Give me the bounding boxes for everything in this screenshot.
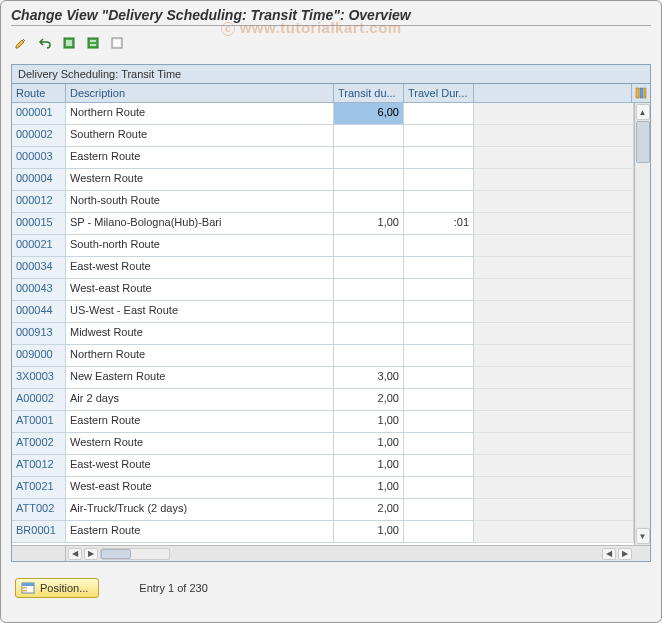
- cell-description[interactable]: US-West - East Route: [66, 301, 334, 323]
- cell-description[interactable]: West-east Route: [66, 477, 334, 499]
- table-row[interactable]: AT0021West-east Route1,00: [12, 477, 634, 499]
- cell-travel[interactable]: [404, 301, 474, 323]
- cell-description[interactable]: Southern Route: [66, 125, 334, 147]
- cell-route[interactable]: 000913: [12, 323, 66, 345]
- col-header-route[interactable]: Route: [12, 84, 66, 102]
- cell-route[interactable]: 000015: [12, 213, 66, 235]
- cell-route[interactable]: AT0021: [12, 477, 66, 499]
- cell-travel[interactable]: [404, 103, 474, 125]
- cell-description[interactable]: Eastern Route: [66, 521, 334, 543]
- cell-travel[interactable]: [404, 191, 474, 213]
- cell-description[interactable]: Midwest Route: [66, 323, 334, 345]
- cell-description[interactable]: East-west Route: [66, 257, 334, 279]
- scroll-down-icon[interactable]: ▼: [636, 528, 650, 544]
- cell-description[interactable]: Northern Route: [66, 345, 334, 367]
- undo-icon[interactable]: [35, 34, 55, 52]
- table-row[interactable]: 000913Midwest Route: [12, 323, 634, 345]
- position-button[interactable]: Position...: [15, 578, 99, 598]
- cell-route[interactable]: 000034: [12, 257, 66, 279]
- cell-route[interactable]: 009000: [12, 345, 66, 367]
- cell-transit[interactable]: 1,00: [334, 433, 404, 455]
- table-row[interactable]: 000034East-west Route: [12, 257, 634, 279]
- cell-description[interactable]: East-west Route: [66, 455, 334, 477]
- cell-transit[interactable]: 1,00: [334, 477, 404, 499]
- cell-travel[interactable]: [404, 147, 474, 169]
- cell-transit[interactable]: 1,00: [334, 521, 404, 543]
- table-row[interactable]: 000002Southern Route: [12, 125, 634, 147]
- cell-route[interactable]: 000003: [12, 147, 66, 169]
- deselect-all-icon[interactable]: [107, 34, 127, 52]
- table-row[interactable]: A00002Air 2 days2,00: [12, 389, 634, 411]
- cell-transit[interactable]: 1,00: [334, 455, 404, 477]
- cell-description[interactable]: Air 2 days: [66, 389, 334, 411]
- cell-transit[interactable]: [334, 235, 404, 257]
- cell-transit[interactable]: [334, 323, 404, 345]
- cell-transit[interactable]: [334, 125, 404, 147]
- cell-route[interactable]: ATT002: [12, 499, 66, 521]
- cell-description[interactable]: New Eastern Route: [66, 367, 334, 389]
- table-row[interactable]: BR0001Eastern Route1,00: [12, 521, 634, 543]
- cell-transit[interactable]: [334, 301, 404, 323]
- cell-route[interactable]: 3X0003: [12, 367, 66, 389]
- col-header-transit[interactable]: Transit du...: [334, 84, 404, 102]
- cell-description[interactable]: Northern Route: [66, 103, 334, 125]
- scroll-left-icon[interactable]: ◀: [68, 548, 82, 560]
- cell-route[interactable]: 000001: [12, 103, 66, 125]
- cell-travel[interactable]: [404, 345, 474, 367]
- cell-travel[interactable]: [404, 411, 474, 433]
- cell-route[interactable]: AT0002: [12, 433, 66, 455]
- cell-transit[interactable]: 1,00: [334, 411, 404, 433]
- cell-description[interactable]: SP - Milano-Bologna(Hub)-Bari: [66, 213, 334, 235]
- cell-route[interactable]: A00002: [12, 389, 66, 411]
- cell-route[interactable]: AT0001: [12, 411, 66, 433]
- cell-travel[interactable]: [404, 367, 474, 389]
- select-all-icon[interactable]: [59, 34, 79, 52]
- cell-transit[interactable]: [334, 169, 404, 191]
- cell-route[interactable]: 000043: [12, 279, 66, 301]
- cell-travel[interactable]: [404, 477, 474, 499]
- hscroll-thumb-left[interactable]: [101, 549, 131, 559]
- cell-travel[interactable]: [404, 433, 474, 455]
- cell-route[interactable]: AT0012: [12, 455, 66, 477]
- table-row[interactable]: 000015SP - Milano-Bologna(Hub)-Bari1,00:…: [12, 213, 634, 235]
- cell-transit[interactable]: [334, 279, 404, 301]
- select-block-icon[interactable]: [83, 34, 103, 52]
- scroll-up-icon[interactable]: ▲: [636, 104, 650, 120]
- cell-transit[interactable]: 2,00: [334, 499, 404, 521]
- table-row[interactable]: 3X0003New Eastern Route3,00: [12, 367, 634, 389]
- cell-travel[interactable]: [404, 257, 474, 279]
- cell-route[interactable]: BR0001: [12, 521, 66, 543]
- cell-description[interactable]: West-east Route: [66, 279, 334, 301]
- table-row[interactable]: AT0012East-west Route1,00: [12, 455, 634, 477]
- cell-route[interactable]: 000021: [12, 235, 66, 257]
- cell-route[interactable]: 000044: [12, 301, 66, 323]
- table-row[interactable]: AT0002Western Route1,00: [12, 433, 634, 455]
- cell-description[interactable]: Eastern Route: [66, 411, 334, 433]
- scroll-right-icon[interactable]: ▶: [84, 548, 98, 560]
- change-icon[interactable]: [11, 34, 31, 52]
- cell-description[interactable]: South-north Route: [66, 235, 334, 257]
- col-header-travel[interactable]: Travel Dur...: [404, 84, 474, 102]
- cell-route[interactable]: 000002: [12, 125, 66, 147]
- table-row[interactable]: 000021South-north Route: [12, 235, 634, 257]
- table-row[interactable]: 000004Western Route: [12, 169, 634, 191]
- cell-transit[interactable]: [334, 345, 404, 367]
- cell-travel[interactable]: [404, 235, 474, 257]
- cell-travel[interactable]: [404, 279, 474, 301]
- vscroll-track[interactable]: [636, 121, 650, 527]
- scroll-left2-icon[interactable]: ◀: [602, 548, 616, 560]
- cell-travel[interactable]: [404, 169, 474, 191]
- cell-transit[interactable]: [334, 191, 404, 213]
- cell-transit[interactable]: 3,00: [334, 367, 404, 389]
- cell-transit[interactable]: 2,00: [334, 389, 404, 411]
- col-header-description[interactable]: Description: [66, 84, 334, 102]
- vertical-scrollbar[interactable]: ▲ ▼: [634, 103, 650, 545]
- cell-description[interactable]: North-south Route: [66, 191, 334, 213]
- cell-transit[interactable]: [334, 147, 404, 169]
- cell-travel[interactable]: [404, 323, 474, 345]
- hscroll-track-left[interactable]: [100, 548, 170, 560]
- table-row[interactable]: 000044US-West - East Route: [12, 301, 634, 323]
- cell-travel[interactable]: [404, 455, 474, 477]
- table-row[interactable]: 009000Northern Route: [12, 345, 634, 367]
- horizontal-scrollbar[interactable]: ◀ ▶ ◀ ▶: [12, 545, 650, 561]
